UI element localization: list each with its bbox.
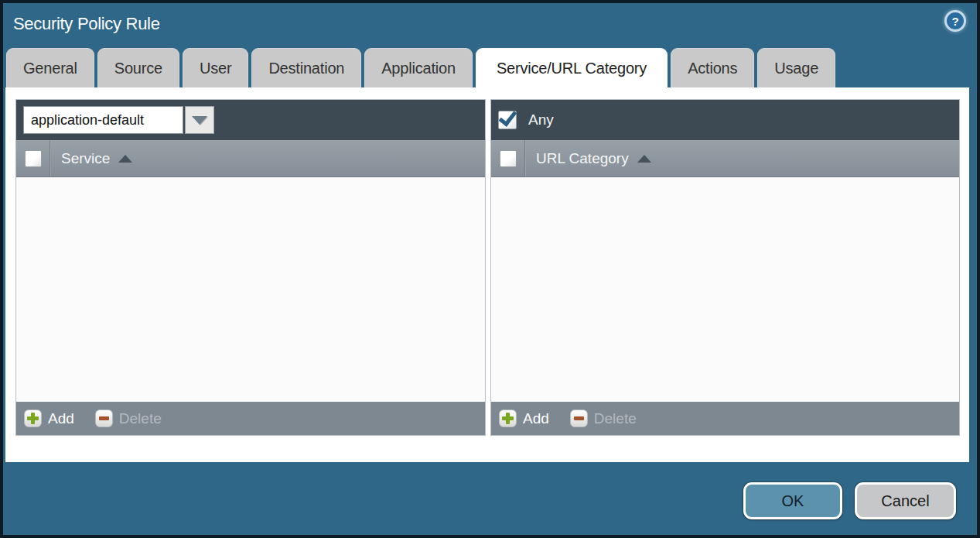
add-url-category-button[interactable]: Add	[499, 409, 549, 427]
service-toolbar: Add Delete	[16, 402, 485, 435]
url-category-toolbar: Add Delete	[491, 402, 959, 435]
service-select-all-checkbox[interactable]	[25, 150, 42, 167]
tab-source[interactable]: Source	[97, 48, 179, 87]
tab-service-url-category[interactable]: Service/URL Category	[476, 48, 668, 87]
delete-service-button[interactable]: Delete	[95, 409, 162, 427]
minus-icon	[570, 409, 588, 427]
service-column-header[interactable]: Service	[61, 150, 132, 167]
any-checkbox-row: Any	[491, 111, 554, 129]
sort-ascending-icon	[637, 155, 651, 163]
tab-user[interactable]: User	[183, 48, 248, 87]
url-category-select-all-cell	[491, 140, 525, 176]
dialog-title: Security Policy Rule	[13, 14, 160, 34]
add-service-button[interactable]: Add	[24, 409, 74, 427]
url-category-select-all-checkbox[interactable]	[500, 150, 517, 167]
delete-url-category-label: Delete	[594, 410, 637, 427]
service-column-header-row: Service	[16, 140, 485, 177]
help-icon[interactable]: ?	[944, 10, 966, 32]
tab-actions[interactable]: Actions	[671, 48, 754, 87]
dialog-content: application-default Service	[5, 87, 969, 462]
url-category-panel-topbar: Any	[491, 100, 959, 140]
security-policy-rule-dialog: Security Policy Rule ? General Source Us…	[3, 3, 977, 535]
chevron-down-icon	[192, 116, 207, 125]
url-category-column-header-row: URL Category	[491, 140, 959, 177]
service-table-body	[16, 177, 485, 402]
service-select-all-cell	[16, 140, 50, 176]
url-category-column-header[interactable]: URL Category	[536, 150, 651, 167]
service-type-dropdown[interactable]: application-default	[23, 106, 214, 134]
service-panel: application-default Service	[15, 99, 486, 436]
tab-bar: General Source User Destination Applicat…	[6, 48, 835, 87]
any-checkbox-label: Any	[528, 111, 554, 129]
cancel-button[interactable]: Cancel	[855, 482, 956, 519]
delete-service-label: Delete	[119, 410, 162, 427]
service-column-header-label: Service	[61, 150, 110, 167]
panels-container: application-default Service	[15, 99, 960, 436]
url-category-panel: Any URL Category	[490, 99, 960, 436]
any-checkbox[interactable]	[498, 111, 517, 129]
dialog-button-row: OK Cancel	[743, 482, 956, 519]
minus-icon	[95, 409, 113, 427]
ok-button[interactable]: OK	[743, 482, 842, 519]
service-panel-topbar: application-default	[16, 100, 485, 140]
url-category-column-header-label: URL Category	[536, 150, 629, 167]
tab-destination[interactable]: Destination	[251, 48, 361, 87]
tab-application[interactable]: Application	[364, 48, 473, 87]
service-type-dropdown-value[interactable]: application-default	[23, 106, 183, 134]
dialog-titlebar: Security Policy Rule ?	[3, 3, 977, 48]
sort-ascending-icon	[118, 155, 132, 163]
service-type-dropdown-button[interactable]	[185, 106, 214, 134]
dialog-outer-border: Security Policy Rule ? General Source Us…	[0, 0, 980, 538]
tab-general[interactable]: General	[6, 48, 94, 87]
add-service-label: Add	[48, 410, 74, 427]
plus-icon	[499, 409, 517, 427]
add-url-category-label: Add	[523, 410, 549, 427]
tab-usage[interactable]: Usage	[757, 48, 835, 87]
delete-url-category-button[interactable]: Delete	[570, 409, 637, 427]
url-category-table-body	[491, 177, 959, 402]
plus-icon	[24, 409, 42, 427]
